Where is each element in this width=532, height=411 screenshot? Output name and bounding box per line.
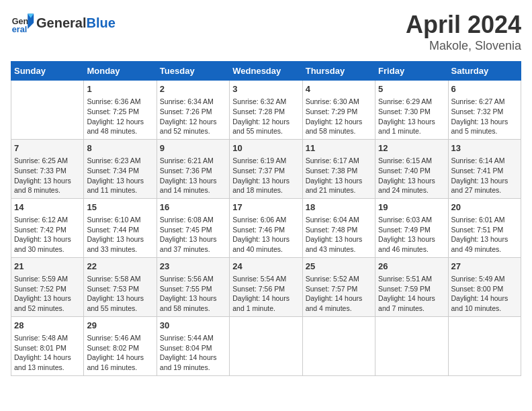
day-info: Sunrise: 6:27 AM Sunset: 7:32 PM Dayligh… [451, 97, 518, 136]
calendar-cell [11, 81, 84, 140]
day-info: Sunrise: 6:15 AM Sunset: 7:40 PM Dayligh… [378, 156, 445, 195]
day-info: Sunrise: 5:54 AM Sunset: 7:56 PM Dayligh… [232, 274, 299, 314]
day-number: 5 [378, 83, 445, 95]
day-info: Sunrise: 6:01 AM Sunset: 7:51 PM Dayligh… [451, 215, 518, 255]
day-number: 20 [451, 201, 518, 214]
calendar-week-1: 1Sunrise: 6:36 AM Sunset: 7:25 PM Daylig… [11, 81, 521, 140]
calendar-cell [448, 316, 521, 375]
calendar-cell: 27Sunrise: 5:49 AM Sunset: 8:00 PM Dayli… [448, 257, 521, 316]
calendar-cell: 6Sunrise: 6:27 AM Sunset: 7:32 PM Daylig… [448, 81, 521, 140]
calendar-cell: 13Sunrise: 6:14 AM Sunset: 7:41 PM Dayli… [448, 139, 521, 198]
day-info: Sunrise: 5:49 AM Sunset: 8:00 PM Dayligh… [451, 274, 518, 314]
calendar-cell: 10Sunrise: 6:19 AM Sunset: 7:37 PM Dayli… [230, 139, 302, 198]
day-info: Sunrise: 6:32 AM Sunset: 7:28 PM Dayligh… [232, 97, 299, 136]
calendar-cell: 15Sunrise: 6:10 AM Sunset: 7:44 PM Dayli… [84, 198, 157, 257]
day-info: Sunrise: 6:08 AM Sunset: 7:45 PM Dayligh… [160, 215, 226, 255]
day-number: 9 [160, 142, 226, 154]
day-number: 26 [378, 261, 445, 273]
calendar-cell: 24Sunrise: 5:54 AM Sunset: 7:56 PM Dayli… [230, 257, 302, 316]
calendar-cell: 16Sunrise: 6:08 AM Sunset: 7:45 PM Dayli… [157, 198, 229, 257]
calendar-cell: 12Sunrise: 6:15 AM Sunset: 7:40 PM Dayli… [375, 139, 448, 198]
logo-general: General [36, 15, 86, 30]
day-info: Sunrise: 6:25 AM Sunset: 7:33 PM Dayligh… [14, 156, 81, 195]
day-info: Sunrise: 6:34 AM Sunset: 7:26 PM Dayligh… [160, 97, 226, 136]
calendar-cell: 23Sunrise: 5:56 AM Sunset: 7:55 PM Dayli… [157, 257, 229, 316]
calendar-week-4: 21Sunrise: 5:59 AM Sunset: 7:52 PM Dayli… [11, 257, 521, 316]
day-number: 13 [451, 142, 518, 154]
logo-icon: Gen eral [11, 11, 35, 35]
calendar-cell: 8Sunrise: 6:23 AM Sunset: 7:34 PM Daylig… [84, 139, 157, 198]
day-info: Sunrise: 6:21 AM Sunset: 7:36 PM Dayligh… [160, 156, 226, 195]
calendar-cell: 18Sunrise: 6:04 AM Sunset: 7:48 PM Dayli… [302, 198, 375, 257]
logo: Gen eral GeneralBlue [11, 11, 116, 35]
day-number: 18 [306, 201, 372, 214]
day-header-tuesday: Tuesday [157, 62, 229, 81]
day-number: 17 [232, 201, 299, 214]
day-info: Sunrise: 6:06 AM Sunset: 7:46 PM Dayligh… [232, 215, 299, 255]
calendar-cell [375, 316, 448, 375]
day-info: Sunrise: 6:29 AM Sunset: 7:30 PM Dayligh… [378, 97, 445, 136]
day-info: Sunrise: 5:58 AM Sunset: 7:53 PM Dayligh… [87, 274, 153, 314]
day-info: Sunrise: 5:56 AM Sunset: 7:55 PM Dayligh… [160, 274, 226, 314]
calendar-cell: 17Sunrise: 6:06 AM Sunset: 7:46 PM Dayli… [230, 198, 302, 257]
calendar-cell: 20Sunrise: 6:01 AM Sunset: 7:51 PM Dayli… [448, 198, 521, 257]
day-header-monday: Monday [84, 62, 157, 81]
day-number: 2 [160, 83, 226, 95]
title-block: April 2024 Makole, Slovenia [406, 11, 521, 53]
day-number: 16 [160, 201, 226, 214]
day-number: 6 [451, 83, 518, 95]
day-number: 22 [87, 261, 153, 273]
calendar-cell: 22Sunrise: 5:58 AM Sunset: 7:53 PM Dayli… [84, 257, 157, 316]
calendar-cell: 29Sunrise: 5:46 AM Sunset: 8:02 PM Dayli… [84, 316, 157, 375]
day-header-sunday: Sunday [11, 62, 84, 81]
day-header-thursday: Thursday [302, 62, 375, 81]
day-info: Sunrise: 6:14 AM Sunset: 7:41 PM Dayligh… [451, 156, 518, 195]
day-info: Sunrise: 6:19 AM Sunset: 7:37 PM Dayligh… [232, 156, 299, 195]
calendar-cell: 14Sunrise: 6:12 AM Sunset: 7:42 PM Dayli… [11, 198, 84, 257]
calendar-cell: 4Sunrise: 6:30 AM Sunset: 7:29 PM Daylig… [302, 81, 375, 140]
calendar-cell: 11Sunrise: 6:17 AM Sunset: 7:38 PM Dayli… [302, 139, 375, 198]
day-info: Sunrise: 5:44 AM Sunset: 8:04 PM Dayligh… [160, 333, 226, 373]
calendar-cell [302, 316, 375, 375]
day-number: 12 [378, 142, 445, 154]
calendar-cell: 1Sunrise: 6:36 AM Sunset: 7:25 PM Daylig… [84, 81, 157, 140]
calendar-cell: 21Sunrise: 5:59 AM Sunset: 7:52 PM Dayli… [11, 257, 84, 316]
day-info: Sunrise: 6:23 AM Sunset: 7:34 PM Dayligh… [87, 156, 153, 195]
calendar-cell: 9Sunrise: 6:21 AM Sunset: 7:36 PM Daylig… [157, 139, 229, 198]
calendar-week-3: 14Sunrise: 6:12 AM Sunset: 7:42 PM Dayli… [11, 198, 521, 257]
calendar-cell: 7Sunrise: 6:25 AM Sunset: 7:33 PM Daylig… [11, 139, 84, 198]
day-number: 8 [87, 142, 153, 154]
day-info: Sunrise: 6:30 AM Sunset: 7:29 PM Dayligh… [306, 97, 372, 136]
calendar-cell: 30Sunrise: 5:44 AM Sunset: 8:04 PM Dayli… [157, 316, 229, 375]
day-info: Sunrise: 6:10 AM Sunset: 7:44 PM Dayligh… [87, 215, 153, 255]
day-number: 23 [160, 261, 226, 273]
calendar-subtitle: Makole, Slovenia [406, 39, 521, 53]
day-number: 15 [87, 201, 153, 214]
calendar-title: April 2024 [406, 11, 521, 39]
calendar-cell: 3Sunrise: 6:32 AM Sunset: 7:28 PM Daylig… [230, 81, 302, 140]
day-info: Sunrise: 5:52 AM Sunset: 7:57 PM Dayligh… [306, 274, 372, 314]
day-number: 19 [378, 201, 445, 214]
logo-blue: Blue [86, 15, 115, 30]
calendar-table: SundayMondayTuesdayWednesdayThursdayFrid… [11, 61, 521, 376]
day-number: 11 [306, 142, 372, 154]
calendar-cell: 26Sunrise: 5:51 AM Sunset: 7:59 PM Dayli… [375, 257, 448, 316]
day-number: 27 [451, 261, 518, 273]
day-number: 28 [14, 320, 81, 332]
day-number: 10 [232, 142, 299, 154]
calendar-week-2: 7Sunrise: 6:25 AM Sunset: 7:33 PM Daylig… [11, 139, 521, 198]
day-number: 21 [14, 261, 81, 273]
calendar-cell [230, 316, 302, 375]
calendar-header: SundayMondayTuesdayWednesdayThursdayFrid… [11, 62, 521, 81]
day-number: 4 [306, 83, 372, 95]
day-info: Sunrise: 5:46 AM Sunset: 8:02 PM Dayligh… [87, 333, 153, 373]
day-header-friday: Friday [375, 62, 448, 81]
day-number: 14 [14, 201, 81, 214]
calendar-cell: 2Sunrise: 6:34 AM Sunset: 7:26 PM Daylig… [157, 81, 229, 140]
calendar-cell: 19Sunrise: 6:03 AM Sunset: 7:49 PM Dayli… [375, 198, 448, 257]
day-number: 29 [87, 320, 153, 332]
day-info: Sunrise: 5:48 AM Sunset: 8:01 PM Dayligh… [14, 333, 81, 373]
day-info: Sunrise: 6:36 AM Sunset: 7:25 PM Dayligh… [87, 97, 153, 136]
day-info: Sunrise: 5:59 AM Sunset: 7:52 PM Dayligh… [14, 274, 81, 314]
day-info: Sunrise: 6:17 AM Sunset: 7:38 PM Dayligh… [306, 156, 372, 195]
